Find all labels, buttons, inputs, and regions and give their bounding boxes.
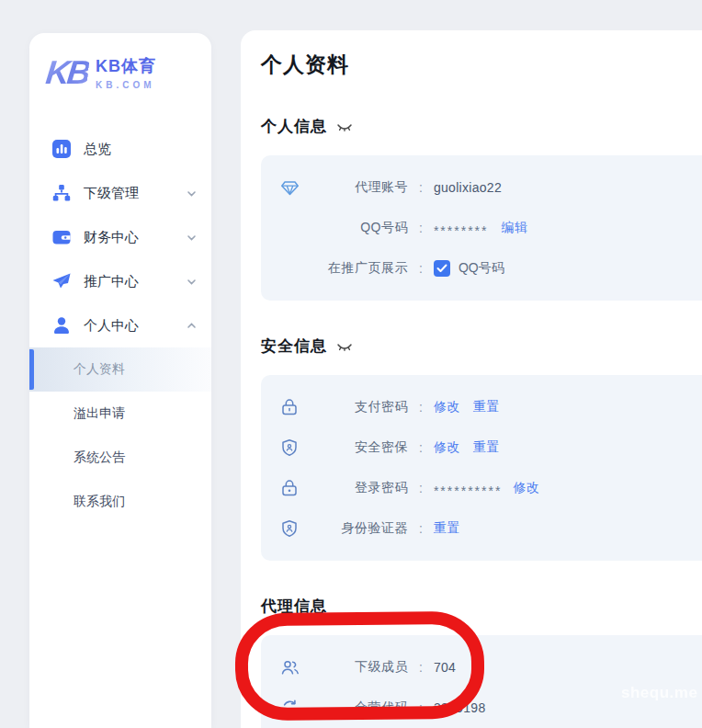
subitem-label: 个人资料 bbox=[74, 361, 125, 378]
partner-code-value: 3319198 bbox=[434, 700, 486, 715]
logo-subtitle: KB.COM bbox=[96, 80, 156, 90]
wallet-icon bbox=[51, 227, 72, 247]
subordinate-members-row: 下级成员 : 704 bbox=[279, 647, 702, 688]
sync-icon bbox=[279, 698, 300, 718]
agent-info-header: 代理信息 bbox=[261, 596, 702, 617]
personal-info-header: 个人信息 bbox=[261, 116, 702, 137]
colon: : bbox=[419, 440, 423, 455]
subitem-label: 溢出申请 bbox=[74, 405, 125, 422]
show-on-promo-row: 在推广页展示 : QQ号码 bbox=[279, 248, 702, 289]
reset-authenticator-link[interactable]: 重置 bbox=[434, 520, 460, 537]
logo: KB KB体育 KB.COM bbox=[29, 33, 211, 90]
modify-login-password-link[interactable]: 修改 bbox=[513, 480, 539, 496]
row-label: 安全密保 bbox=[312, 439, 408, 456]
user-icon bbox=[51, 315, 72, 336]
subordinate-members-value: 704 bbox=[434, 660, 456, 675]
hierarchy-icon bbox=[51, 183, 72, 203]
row-label: 登录密码 bbox=[312, 480, 408, 496]
colon: : bbox=[419, 521, 423, 536]
reset-pay-password-link[interactable]: 重置 bbox=[473, 399, 500, 415]
sidebar-item-label: 财务中心 bbox=[84, 229, 186, 246]
logo-title: KB体育 bbox=[96, 55, 156, 77]
personal-info-panel: 代理账号 : guolixiao22 QQ号码 : ******** 编辑 在推… bbox=[261, 155, 702, 301]
security-info-header: 安全信息 bbox=[261, 336, 702, 357]
sidebar-subitem-system-announcement[interactable]: 系统公告 bbox=[29, 436, 211, 480]
sidebar-subitem-contact-us[interactable]: 联系我们 bbox=[29, 480, 211, 524]
security-question-row: 安全密保 : 修改 重置 bbox=[279, 427, 702, 468]
sidebar-subitem-profile[interactable]: 个人资料 bbox=[29, 347, 211, 392]
chevron-down-icon bbox=[186, 276, 197, 287]
qq-masked-value: ******** bbox=[434, 219, 489, 238]
row-label: 支付密码 bbox=[312, 399, 408, 415]
subitem-label: 系统公告 bbox=[74, 449, 125, 466]
sidebar-item-subordinates[interactable]: 下级管理 bbox=[29, 171, 211, 215]
row-label: QQ号码 bbox=[312, 220, 408, 236]
diamond-icon bbox=[279, 177, 300, 198]
main-content: 个人资料 个人信息 代理账号 : guolixiao22 QQ号码 : ****… bbox=[241, 30, 702, 728]
section-title: 个人信息 bbox=[261, 116, 327, 137]
watermark: shequ.me bbox=[621, 684, 697, 702]
colon: : bbox=[419, 400, 423, 415]
colon: : bbox=[419, 221, 423, 235]
reset-security-question-link[interactable]: 重置 bbox=[473, 439, 500, 456]
colon: : bbox=[419, 180, 423, 195]
colon: : bbox=[419, 261, 423, 276]
row-icon-spacer bbox=[279, 218, 300, 238]
authenticator-row: 身份验证器 : 重置 bbox=[279, 508, 702, 549]
pay-password-row: 支付密码 : 修改 重置 bbox=[279, 387, 702, 427]
colon: : bbox=[419, 700, 423, 715]
row-label: 合营代码 bbox=[312, 700, 408, 716]
login-password-masked: ********** bbox=[434, 479, 502, 498]
agent-account-value: guolixiao22 bbox=[434, 180, 502, 195]
row-icon-spacer bbox=[279, 258, 300, 279]
sidebar-item-label: 总览 bbox=[84, 141, 197, 158]
people-icon bbox=[279, 657, 300, 677]
shield-user-icon bbox=[279, 518, 300, 539]
modify-pay-password-link[interactable]: 修改 bbox=[434, 399, 460, 415]
sidebar-item-finance[interactable]: 财务中心 bbox=[29, 215, 211, 259]
paper-plane-icon bbox=[51, 271, 72, 291]
qq-number-row: QQ号码 : ******** 编辑 bbox=[279, 208, 702, 248]
checkbox-label: QQ号码 bbox=[459, 260, 504, 277]
lock-icon bbox=[279, 478, 300, 498]
qq-display-checkbox[interactable] bbox=[434, 260, 450, 277]
lock-icon bbox=[279, 397, 300, 417]
sidebar-item-label: 个人中心 bbox=[84, 317, 186, 335]
sidebar-subitem-overflow-request[interactable]: 溢出申请 bbox=[29, 392, 211, 436]
row-label: 下级成员 bbox=[312, 659, 408, 676]
logo-text: KB体育 KB.COM bbox=[96, 55, 156, 90]
sidebar-item-personal-center[interactable]: 个人中心 bbox=[29, 303, 211, 347]
bar-chart-icon bbox=[51, 139, 72, 159]
sidebar-item-overview[interactable]: 总览 bbox=[29, 127, 211, 171]
sidebar-item-promotion[interactable]: 推广中心 bbox=[29, 259, 211, 303]
section-title: 代理信息 bbox=[261, 596, 327, 617]
shield-icon bbox=[279, 438, 300, 458]
modify-security-question-link[interactable]: 修改 bbox=[434, 439, 460, 456]
sidebar: KB KB体育 KB.COM 总览 下级管理 财务中心 bbox=[29, 33, 211, 728]
agent-info-panel: 下级成员 : 704 合营代码 : 3319198 bbox=[261, 635, 702, 728]
page-title: 个人资料 bbox=[261, 51, 702, 79]
chevron-up-icon bbox=[186, 320, 197, 331]
security-info-panel: 支付密码 : 修改 重置 安全密保 : 修改 重置 登录密码 : *******… bbox=[261, 375, 702, 561]
section-title: 安全信息 bbox=[261, 336, 327, 357]
subitem-label: 联系我们 bbox=[74, 494, 125, 510]
colon: : bbox=[419, 660, 423, 675]
agent-account-row: 代理账号 : guolixiao22 bbox=[279, 167, 702, 208]
chevron-down-icon bbox=[186, 188, 197, 199]
row-label: 身份验证器 bbox=[312, 520, 408, 537]
logo-kb-mark: KB bbox=[44, 56, 90, 89]
login-password-row: 登录密码 : ********** 修改 bbox=[279, 468, 702, 508]
row-label: 在推广页展示 bbox=[312, 260, 408, 277]
closed-eye-icon[interactable] bbox=[336, 340, 353, 353]
sidebar-item-label: 推广中心 bbox=[84, 273, 186, 290]
chevron-down-icon bbox=[186, 232, 197, 243]
row-label: 代理账号 bbox=[312, 179, 408, 196]
sidebar-nav: 总览 下级管理 财务中心 推广中心 bbox=[29, 127, 211, 524]
closed-eye-icon[interactable] bbox=[336, 120, 353, 133]
check-icon bbox=[436, 264, 447, 273]
colon: : bbox=[419, 481, 423, 495]
edit-qq-link[interactable]: 编辑 bbox=[501, 220, 527, 236]
sidebar-item-label: 下级管理 bbox=[84, 185, 186, 202]
